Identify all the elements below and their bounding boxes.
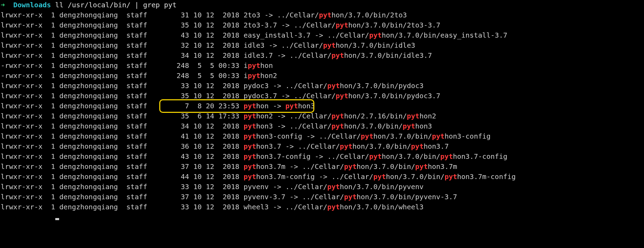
ls-row: lrwxr-xr-x 1 dengzhongqiang staff 7 8 20…	[1, 101, 643, 111]
ls-row: lrwxr-xr-x 1 dengzhongqiang staff 43 10 …	[1, 30, 643, 40]
cursor-line[interactable]	[1, 212, 643, 222]
ls-row: lrwxr-xr-x 1 dengzhongqiang staff 36 10 …	[1, 141, 643, 152]
ls-row: -rwxr-xr-x 1 dengzhongqiang staff 248 5 …	[1, 61, 643, 71]
ls-row: lrwxr-xr-x 1 dengzhongqiang staff 37 10 …	[1, 192, 643, 202]
ls-row: lrwxr-xr-x 1 dengzhongqiang staff 41 10 …	[1, 131, 643, 141]
prompt-line[interactable]: ➜ Downloads ll /usr/local/bin/ | grep py…	[1, 0, 643, 10]
prompt-arrow: ➜	[1, 1, 5, 9]
ls-row: lrwxr-xr-x 1 dengzhongqiang staff 34 10 …	[1, 121, 643, 131]
ls-row: lrwxr-xr-x 1 dengzhongqiang staff 35 10 …	[1, 91, 643, 101]
ls-row: lrwxr-xr-x 1 dengzhongqiang staff 35 10 …	[1, 20, 643, 30]
ls-row: lrwxr-xr-x 1 dengzhongqiang staff 43 10 …	[1, 152, 643, 162]
ls-row: lrwxr-xr-x 1 dengzhongqiang staff 44 10 …	[1, 172, 643, 182]
ls-row: lrwxr-xr-x 1 dengzhongqiang staff 32 10 …	[1, 40, 643, 51]
ls-row: lrwxr-xr-x 1 dengzhongqiang staff 33 10 …	[1, 202, 643, 212]
cursor	[55, 218, 59, 220]
prompt-cwd: Downloads	[13, 1, 51, 9]
ls-row: -rwxr-xr-x 1 dengzhongqiang staff 248 5 …	[1, 71, 643, 81]
ls-row: lrwxr-xr-x 1 dengzhongqiang staff 34 10 …	[1, 51, 643, 61]
prompt-command: ll /usr/local/bin/ | grep pyt	[55, 1, 177, 9]
ls-row: lrwxr-xr-x 1 dengzhongqiang staff 37 10 …	[1, 162, 643, 172]
terminal-output[interactable]: ➜ Downloads ll /usr/local/bin/ | grep py…	[0, 0, 644, 224]
ls-row: lrwxr-xr-x 1 dengzhongqiang staff 33 10 …	[1, 182, 643, 192]
ls-row: lrwxr-xr-x 1 dengzhongqiang staff 31 10 …	[1, 10, 643, 20]
ls-row: lrwxr-xr-x 1 dengzhongqiang staff 35 6 1…	[1, 111, 643, 121]
ls-row: lrwxr-xr-x 1 dengzhongqiang staff 33 10 …	[1, 81, 643, 91]
